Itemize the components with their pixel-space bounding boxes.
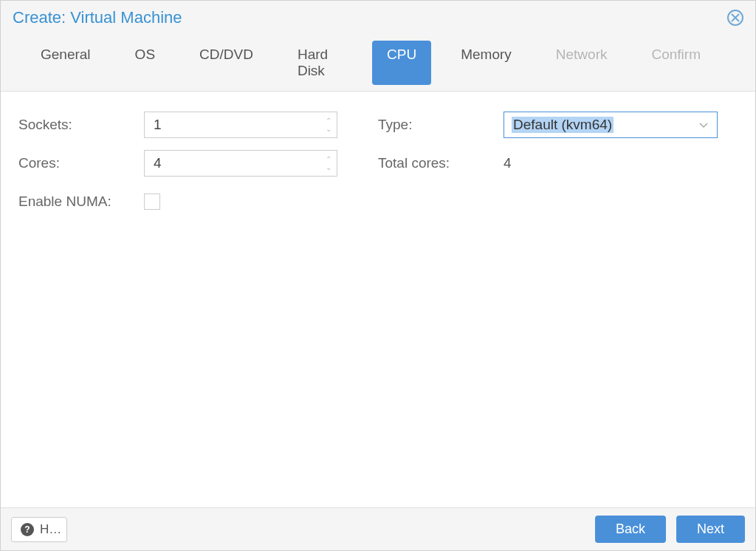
- type-select[interactable]: Default (kvm64): [504, 112, 718, 138]
- right-column: Type: Default (kvm64) Total cores: 4: [378, 112, 738, 487]
- dialog-title: Create: Virtual Machine: [13, 8, 182, 27]
- close-button[interactable]: [727, 10, 743, 26]
- tab-confirm: Confirm: [636, 41, 715, 85]
- cores-input-wrap: ⌃ ⌄: [144, 150, 337, 177]
- tab-os[interactable]: OS: [120, 41, 170, 85]
- totalcores-row: Total cores: 4: [378, 151, 738, 176]
- sockets-row: Sockets: ⌃ ⌄: [18, 112, 378, 137]
- tab-general[interactable]: General: [26, 41, 106, 85]
- sockets-input[interactable]: [144, 112, 337, 138]
- cores-input[interactable]: [144, 150, 337, 177]
- left-column: Sockets: ⌃ ⌄ Cores: ⌃ ⌄: [18, 112, 378, 487]
- cpu-panel: Sockets: ⌃ ⌄ Cores: ⌃ ⌄: [1, 92, 755, 507]
- sockets-spinner[interactable]: ⌃ ⌄: [326, 117, 331, 133]
- type-select-value: Default (kvm64): [512, 117, 614, 133]
- sockets-label: Sockets:: [18, 117, 144, 133]
- totalcores-value: 4: [504, 155, 512, 171]
- footer-actions: Back Next: [595, 516, 745, 543]
- tab-harddisk[interactable]: Hard Disk: [283, 41, 357, 85]
- wizard-tabs: General OS CD/DVD Hard Disk CPU Memory N…: [13, 41, 743, 91]
- totalcores-label: Total cores:: [378, 155, 504, 171]
- tab-memory[interactable]: Memory: [446, 41, 526, 85]
- type-row: Type: Default (kvm64): [378, 112, 738, 137]
- cores-spinner[interactable]: ⌃ ⌄: [326, 156, 331, 171]
- dialog-header: Create: Virtual Machine General OS CD/DV…: [1, 1, 755, 92]
- create-vm-dialog: Create: Virtual Machine General OS CD/DV…: [0, 0, 756, 551]
- title-row: Create: Virtual Machine: [13, 8, 743, 41]
- dialog-footer: ? H… Back Next: [1, 507, 755, 550]
- type-label: Type:: [378, 117, 504, 133]
- sockets-input-wrap: ⌃ ⌄: [144, 112, 337, 138]
- next-button[interactable]: Next: [676, 516, 745, 543]
- help-button[interactable]: ? H…: [11, 517, 67, 542]
- numa-row: Enable NUMA:: [18, 189, 378, 214]
- tab-network: Network: [541, 41, 622, 85]
- tab-cddvd[interactable]: CD/DVD: [185, 41, 268, 85]
- help-button-label: H…: [40, 522, 61, 537]
- cores-row: Cores: ⌃ ⌄: [18, 151, 378, 176]
- close-icon: [731, 13, 740, 22]
- numa-checkbox[interactable]: [144, 194, 160, 210]
- tab-cpu[interactable]: CPU: [372, 41, 431, 85]
- cores-label: Cores:: [18, 155, 144, 171]
- chevron-up-icon: ⌃: [326, 117, 331, 125]
- chevron-up-icon: ⌃: [326, 156, 331, 163]
- chevron-down-icon: ⌄: [326, 126, 331, 133]
- numa-label: Enable NUMA:: [18, 194, 144, 210]
- type-select-wrap: Default (kvm64): [504, 112, 718, 138]
- help-icon: ?: [21, 523, 34, 536]
- chevron-down-icon: ⌄: [326, 164, 331, 171]
- back-button[interactable]: Back: [595, 516, 666, 543]
